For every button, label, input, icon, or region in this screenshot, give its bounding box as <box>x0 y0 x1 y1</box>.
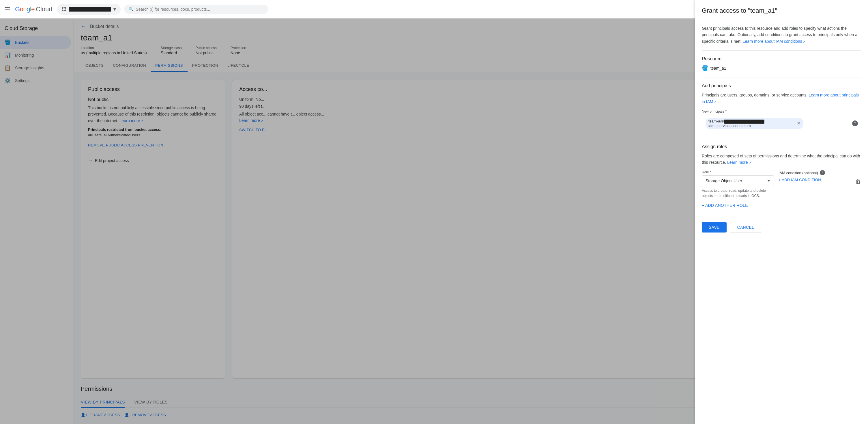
google-logo[interactable]: Google Cloud <box>15 5 53 13</box>
project-dots-icon <box>62 7 66 11</box>
role-row: Role * Storage Object User Access to cre… <box>702 170 861 198</box>
cloud-text: Cloud <box>36 5 52 13</box>
search-bar: 🔍 <box>124 5 268 14</box>
panel-description: Grant principals access to this resource… <box>702 25 861 45</box>
add-principals-title: Add principals <box>702 83 861 88</box>
resource-section-title: Resource <box>702 56 861 61</box>
principals-help-icon[interactable]: ? <box>852 120 858 126</box>
principal-chip: team-a@iam.gserviceaccount.com ✕ <box>706 118 803 129</box>
delete-role-icon[interactable]: 🗑 <box>855 178 861 185</box>
iam-condition-label: IAM condition (optional) ? <box>779 170 851 175</box>
save-button[interactable]: SAVE <box>702 222 726 232</box>
assign-roles-title: Assign roles <box>702 144 861 149</box>
add-another-role-button[interactable]: + ADD ANOTHER ROLE <box>702 203 861 208</box>
project-selector[interactable]: ▾ <box>57 4 121 15</box>
principals-input-box[interactable]: team-a@iam.gserviceaccount.com ✕ ? <box>702 115 861 132</box>
grant-access-panel: Grant access to "team_a1" Grant principa… <box>695 0 868 424</box>
project-name <box>69 7 111 11</box>
principals-description: Principals are users, groups, domains, o… <box>702 92 861 105</box>
role-select[interactable]: Storage Object User <box>702 175 774 186</box>
search-icon: 🔍 <box>129 7 134 11</box>
divider-3 <box>702 138 861 138</box>
iam-condition-help-icon[interactable]: ? <box>820 170 825 175</box>
search-input[interactable] <box>136 7 264 11</box>
panel-title: Grant access to "team_a1" <box>702 7 861 19</box>
resource-name: team_a1 <box>710 66 726 70</box>
chip-remove-icon[interactable]: ✕ <box>797 121 801 125</box>
learn-more-roles-link[interactable]: Learn more <box>727 160 751 165</box>
role-label: Role * <box>702 170 774 174</box>
panel-actions: SAVE CANCEL <box>702 217 861 233</box>
menu-icon[interactable] <box>5 6 11 13</box>
resource-bucket-icon: 🪣 <box>702 65 708 71</box>
role-description: Access to create, read, update and delet… <box>702 188 774 198</box>
roles-description: Roles are composed of sets of permission… <box>702 153 861 166</box>
divider-1 <box>702 50 861 51</box>
learn-more-iam-conditions-link[interactable]: Learn more about IAM conditions <box>743 39 805 44</box>
principal-redacted <box>724 119 765 123</box>
resource-item: 🪣 team_a1 <box>702 65 861 71</box>
cancel-button[interactable]: CANCEL <box>730 222 762 233</box>
role-group: Role * Storage Object User Access to cre… <box>702 170 774 198</box>
iam-condition-group: IAM condition (optional) ? + ADD IAM CON… <box>779 170 851 182</box>
new-principals-label: New principals * <box>702 110 861 114</box>
principal-chip-text: team-a@iam.gserviceaccount.com <box>708 119 795 128</box>
chevron-down-icon: ▾ <box>114 6 116 12</box>
new-principals-group: New principals * team-a@iam.gserviceacco… <box>702 110 861 132</box>
add-iam-condition-button[interactable]: + ADD IAM CONDITION <box>779 178 851 182</box>
